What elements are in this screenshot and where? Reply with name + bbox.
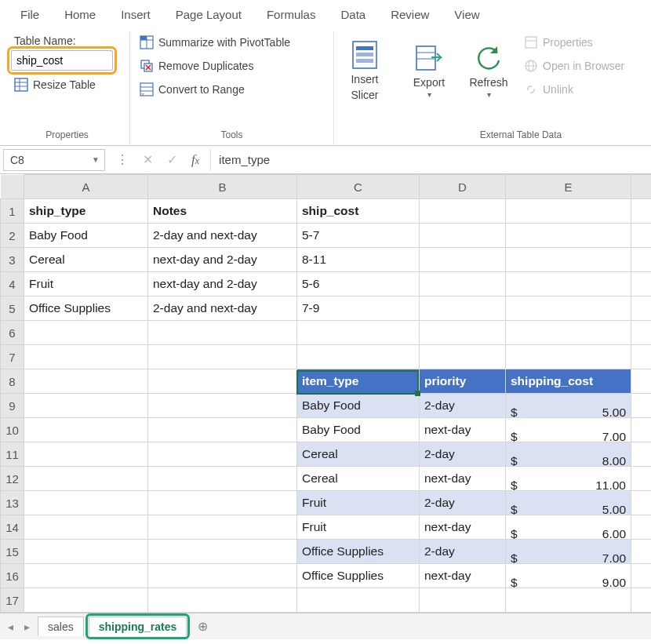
cell[interactable]: 2-day and next-day [148,224,297,248]
fx-icon[interactable]: fx [191,152,199,168]
cell[interactable] [631,297,652,321]
cell[interactable] [506,224,631,248]
cell[interactable] [631,369,652,394]
cell[interactable]: next-day [420,564,506,588]
cell[interactable]: 2-day [420,442,506,467]
cell[interactable] [631,224,652,248]
cell[interactable]: $8.00 [506,442,631,467]
cell[interactable] [24,564,148,588]
col-header-B[interactable]: B [148,175,297,199]
row-header[interactable]: 6 [1,321,24,345]
menu-view[interactable]: View [442,8,492,21]
cell[interactable] [148,321,297,345]
cell[interactable] [148,369,297,394]
cell[interactable] [631,248,652,272]
convert-range-button[interactable]: Convert to Range [136,78,293,100]
cell[interactable] [148,564,297,588]
cell[interactable] [148,588,297,613]
row-header[interactable]: 9 [1,394,24,418]
name-box[interactable]: C8 ▼ [3,149,105,171]
menu-page-layout[interactable]: Page Layout [163,8,254,21]
cell[interactable]: Notes [148,199,297,224]
cell[interactable] [631,515,652,540]
col-header-A[interactable]: A [24,175,148,199]
row-header[interactable]: 12 [1,467,24,491]
cell[interactable] [631,199,652,224]
cell[interactable] [24,540,148,564]
cell[interactable]: 2-day [420,491,506,515]
col-header-D[interactable]: D [420,175,506,199]
chevron-down-icon[interactable]: ▼ [92,155,100,164]
cell[interactable] [24,418,148,442]
formula-input[interactable]: item_type [210,149,651,171]
cell[interactable] [506,248,631,272]
cell[interactable] [506,588,631,613]
row-header[interactable]: 3 [1,248,24,272]
cell[interactable]: Office Supplies [297,540,420,564]
cell[interactable]: 2-day and next-day [148,297,297,321]
cell[interactable]: ship_cost [297,199,420,224]
cell[interactable] [24,515,148,540]
cancel-icon[interactable]: ✕ [143,152,153,167]
cell[interactable] [631,564,652,588]
cell[interactable] [420,588,506,613]
col-header-E[interactable]: E [506,175,631,199]
col-header-extra[interactable] [631,175,652,199]
row-header[interactable]: 17 [1,588,24,613]
cell[interactable] [148,394,297,418]
cell[interactable]: $7.00 [506,418,631,442]
menu-file[interactable]: File [8,8,52,21]
cell[interactable] [148,491,297,515]
cell[interactable]: 8-11 [297,248,420,272]
row-header[interactable]: 5 [1,297,24,321]
cell[interactable] [631,321,652,345]
cell[interactable]: priority [420,369,506,394]
cell[interactable] [24,394,148,418]
row-header[interactable]: 10 [1,418,24,442]
cell[interactable] [506,297,631,321]
cell[interactable]: next-day [420,418,506,442]
cell[interactable] [420,199,506,224]
menu-data[interactable]: Data [328,8,378,21]
cell[interactable]: 5-7 [297,224,420,248]
add-sheet-button[interactable]: ⊕ [191,619,214,634]
cell[interactable] [148,467,297,491]
cell[interactable] [24,442,148,467]
cell[interactable]: $9.00 [506,564,631,588]
refresh-button[interactable]: Refresh ▾ [461,31,516,107]
cell[interactable]: next-day and 2-day [148,248,297,272]
cell[interactable]: Office Supplies [297,564,420,588]
cell[interactable] [148,515,297,540]
row-header[interactable]: 2 [1,224,24,248]
cell[interactable]: Baby Food [297,394,420,418]
cell[interactable] [24,491,148,515]
cell[interactable]: ship_type [24,199,148,224]
select-all-corner[interactable] [1,175,24,199]
menu-review[interactable]: Review [378,8,442,21]
cell[interactable]: next-day [420,515,506,540]
tab-nav-prev[interactable]: ◂ [5,620,16,633]
export-button[interactable]: Export ▾ [402,31,456,107]
sheet-tab-sales[interactable]: sales [38,617,84,636]
cell[interactable] [631,588,652,613]
cell[interactable]: 2-day [420,394,506,418]
cell[interactable] [420,272,506,297]
row-header[interactable]: 14 [1,515,24,540]
cell[interactable]: $5.00 [506,394,631,418]
row-header[interactable]: 13 [1,491,24,515]
cell[interactable] [631,394,652,418]
tab-nav-next[interactable]: ▸ [21,620,33,633]
cell[interactable] [420,248,506,272]
cell[interactable] [297,321,420,345]
cell[interactable] [420,321,506,345]
cell[interactable] [297,588,420,613]
cell[interactable]: Cereal [297,442,420,467]
cell[interactable]: Cereal [297,467,420,491]
insert-slicer-button[interactable]: Insert Slicer [340,31,389,107]
cell[interactable] [24,369,148,394]
cell[interactable] [506,321,631,345]
cell[interactable] [631,467,652,491]
cell[interactable] [24,345,148,369]
cell[interactable] [148,540,297,564]
cell[interactable] [24,467,148,491]
